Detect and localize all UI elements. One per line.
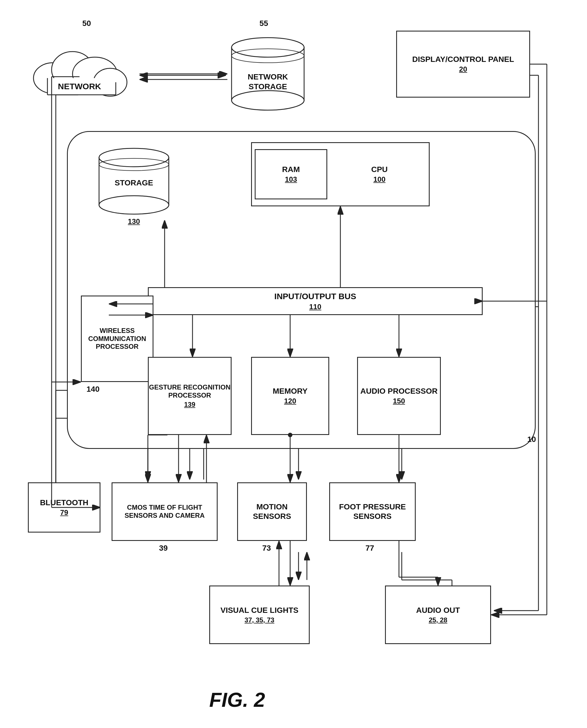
memory-ref: 120 (284, 397, 296, 406)
audio-out-box: AUDIO OUT 25, 28 (385, 585, 491, 644)
foot-box: FOOT PRESSURE SENSORS (329, 482, 416, 541)
motion-box: MOTION SENSORS (237, 482, 307, 541)
svg-text:STORAGE: STORAGE (115, 178, 153, 187)
ram-label: RAM (282, 165, 300, 174)
visual-cue-label: VISUAL CUE LIGHTS (220, 606, 299, 615)
storage-ref: 130 (128, 217, 140, 225)
network-storage-cylinder: NETWORK STORAGE (226, 31, 310, 114)
audio-proc-box: AUDIO PROCESSOR 150 (357, 357, 441, 435)
ram-cpu-box: RAM 103 CPU 100 (251, 142, 430, 206)
display-control-ref: 20 (459, 65, 467, 74)
audio-proc-label: AUDIO PROCESSOR (360, 386, 438, 396)
visual-cue-box: VISUAL CUE LIGHTS 37, 35, 73 (209, 585, 310, 644)
memory-label: MEMORY (273, 386, 308, 396)
visual-cue-ref: 37, 35, 73 (245, 616, 275, 624)
bluetooth-box: BLUETOOTH 79 (28, 482, 100, 533)
wireless-box: WIRELESS COMMUNICATION PROCESSOR (81, 295, 154, 382)
io-bus-box: INPUT/OUTPUT BUS 110 (148, 287, 483, 315)
svg-point-45 (232, 91, 304, 110)
gesture-label: GESTURE RECOGNITION PROCESSOR (149, 383, 231, 399)
ram-ref: 103 (285, 175, 297, 184)
ref-73: 73 (262, 544, 271, 553)
ref-55: 55 (259, 19, 268, 28)
diagram-container: 50 NETWORK 55 (0, 0, 587, 728)
io-bus-ref: 110 (309, 302, 321, 311)
cmos-label: CMOS TIME OF FLIGHT SENSORS AND CAMERA (113, 504, 217, 520)
foot-label: FOOT PRESSURE SENSORS (330, 502, 415, 521)
wireless-label: WIRELESS COMMUNICATION PROCESSOR (82, 327, 152, 351)
svg-point-50 (99, 148, 169, 167)
svg-text:NETWORK: NETWORK (58, 82, 101, 91)
io-bus-label: INPUT/OUTPUT BUS (274, 291, 356, 301)
display-control-box: DISPLAY/CONTROL PANEL 20 (396, 31, 530, 98)
cpu-ref: 100 (373, 175, 385, 184)
memory-box: MEMORY 120 (251, 357, 329, 435)
motion-label: MOTION SENSORS (238, 502, 306, 521)
svg-text:NETWORK: NETWORK (248, 72, 288, 81)
ref-10: 10 (527, 435, 536, 444)
audio-proc-ref: 150 (393, 397, 405, 406)
ref-39: 39 (159, 544, 168, 553)
svg-text:STORAGE: STORAGE (249, 82, 287, 91)
ram-box: RAM 103 (255, 149, 327, 199)
svg-point-51 (99, 196, 169, 214)
cpu-label: CPU (371, 165, 388, 174)
storage-cylinder: STORAGE 130 (95, 142, 173, 217)
fig-label: FIG. 2 (209, 688, 265, 711)
svg-point-44 (232, 38, 304, 57)
gesture-box: GESTURE RECOGNITION PROCESSOR 139 (148, 357, 232, 435)
bluetooth-label: BLUETOOTH (40, 498, 89, 507)
bluetooth-ref: 79 (60, 508, 68, 517)
audio-out-label: AUDIO OUT (416, 606, 460, 615)
audio-out-ref: 25, 28 (429, 616, 447, 624)
display-control-label: DISPLAY/CONTROL PANEL (412, 55, 514, 64)
ref-50: 50 (82, 19, 91, 28)
ref-140: 140 (87, 385, 100, 394)
gesture-ref: 139 (184, 401, 195, 409)
ref-77: 77 (366, 544, 374, 553)
network-cloud: NETWORK (28, 31, 131, 103)
cmos-box: CMOS TIME OF FLIGHT SENSORS AND CAMERA (112, 482, 218, 541)
